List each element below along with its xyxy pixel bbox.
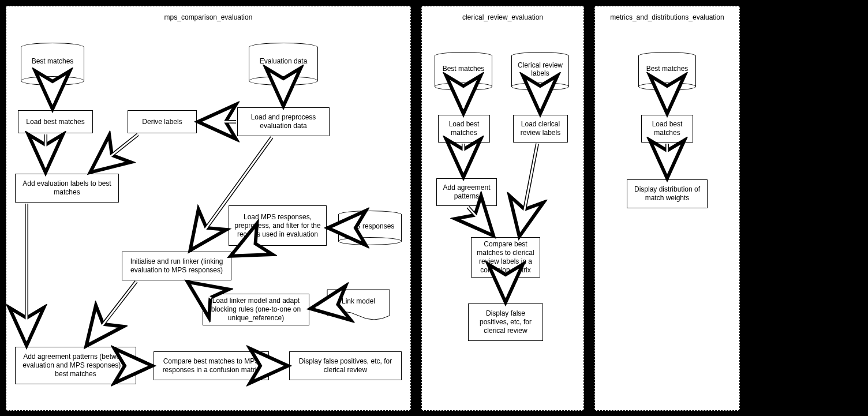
panel-metrics-distributions: metrics_and_distributions_evaluation Bes…: [594, 6, 740, 411]
cylinder-best-matches: Best matches: [21, 47, 84, 81]
panel-title: clerical_review_evaluation: [422, 13, 583, 21]
panel-mps-comparison: mps_comparison_evaluation Best matches E…: [6, 6, 411, 411]
box-derive-labels: Derive labels: [128, 110, 197, 133]
svg-line-7: [236, 247, 249, 253]
panel-clerical-review: clerical_review_evaluation Best matches …: [421, 6, 584, 411]
arrow: [314, 306, 326, 308]
arrow: [93, 134, 138, 170]
arrow: [520, 144, 537, 233]
box-load-preprocess-eval: Load and preprocess evaluation data: [237, 107, 330, 136]
box-load-best-matches: Load best matches: [18, 110, 93, 133]
box-display-false-positives: Display false positives, etc, for cleric…: [468, 303, 543, 341]
cylinder-label: Evaluation data: [249, 57, 318, 65]
box-load-best-matches: Load best matches: [438, 115, 490, 143]
svg-line-8: [316, 306, 326, 308]
panel-title: mps_comparison_evaluation: [6, 13, 410, 21]
cylinder-evaluation-data: Evaluation data: [249, 47, 318, 81]
box-display-false-positives: Display false positives, etc, for cleric…: [289, 351, 402, 380]
svg-line-17: [468, 207, 489, 231]
cylinder-label: Clerical review labels: [511, 61, 569, 77]
box-add-eval-labels: Add evaluation labels to best matches: [15, 174, 119, 203]
cylinder-label: Best matches: [435, 65, 492, 73]
box-add-agreement-patterns: Add agreement patterns (between evaluati…: [15, 347, 136, 384]
svg-line-11: [91, 282, 136, 340]
document-link-model: Link model: [327, 289, 390, 324]
document-label: Link model: [327, 297, 390, 305]
cylinder-label: Best matches: [21, 57, 84, 65]
box-init-run-linker: Initialise and run linker (linking evalu…: [122, 252, 231, 280]
box-load-clerical-labels: Load clerical review labels: [513, 115, 568, 143]
cylinder-label: MPS responses: [338, 222, 402, 230]
box-display-distribution: Display distribution of match weights: [627, 179, 708, 208]
box-load-best-matches: Load best matches: [641, 115, 693, 143]
cylinder-best-matches: Best matches: [638, 55, 696, 87]
box-load-linker-model: Load linker model and adapt blocking rul…: [203, 294, 309, 325]
svg-line-18: [521, 144, 537, 230]
arrow: [468, 207, 491, 233]
cylinder-clerical-labels: Clerical review labels: [511, 55, 569, 87]
box-load-mps-responses: Load MPS responses, preprocess, and filt…: [229, 205, 327, 246]
cylinder-best-matches: Best matches: [435, 55, 492, 87]
cylinder-mps-responses: MPS responses: [338, 214, 402, 242]
cylinder-label: Best matches: [638, 65, 696, 73]
arrow: [234, 247, 249, 254]
svg-line-4: [95, 134, 138, 168]
box-compare-confusion-matrix: Compare best matches to clerical review …: [471, 237, 540, 278]
box-compare-confusion-matrix: Compare best matches to MPS responses in…: [154, 351, 269, 380]
box-add-agreement-patterns: Add agreement patterns: [436, 178, 497, 206]
arrow: [88, 282, 136, 343]
panel-title: metrics_and_distributions_evaluation: [595, 13, 739, 21]
diagram-stage: mps_comparison_evaluation Best matches E…: [0, 0, 868, 416]
